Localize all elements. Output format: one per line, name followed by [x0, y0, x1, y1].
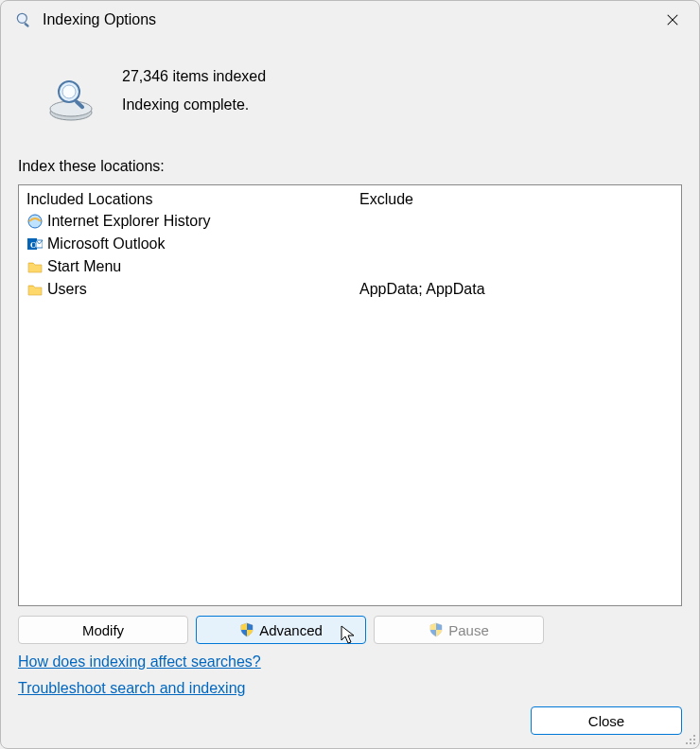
button-label: Pause	[448, 622, 489, 638]
exclude-cell: AppData; AppData	[359, 278, 674, 301]
titlebar: Indexing Options	[1, 1, 699, 39]
link-how-indexing-affects[interactable]: How does indexing affect searches?	[18, 653, 261, 671]
button-label: Modify	[82, 622, 124, 638]
pause-button: Pause	[374, 616, 544, 644]
svg-point-7	[62, 85, 76, 98]
svg-point-18	[693, 742, 695, 744]
folder-icon	[26, 258, 44, 275]
advanced-button[interactable]: Advanced	[196, 616, 366, 644]
link-troubleshoot[interactable]: Troubleshoot search and indexing	[18, 680, 245, 697]
resize-grip-icon[interactable]	[683, 732, 696, 745]
svg-point-14	[690, 739, 691, 740]
exclude-cell	[359, 233, 674, 255]
button-label: Close	[588, 713, 624, 729]
svg-point-5	[50, 101, 92, 116]
modify-button[interactable]: Modify	[18, 616, 188, 644]
svg-point-13	[693, 735, 695, 737]
folder-icon	[26, 281, 44, 298]
svg-point-16	[686, 742, 688, 744]
close-icon[interactable]	[654, 1, 691, 39]
location-label: Microsoft Outlook	[47, 235, 165, 253]
indexing-options-titlebar-icon	[14, 10, 33, 29]
uac-shield-icon	[239, 622, 254, 637]
svg-point-0	[17, 13, 26, 23]
location-row[interactable]: Start Menu	[26, 255, 344, 278]
locations-panel: Included Locations Internet Explorer His…	[18, 184, 682, 606]
close-button[interactable]: Close	[531, 706, 682, 735]
svg-rect-1	[24, 23, 29, 28]
window-title: Indexing Options	[43, 11, 654, 28]
ie-icon	[26, 213, 44, 230]
location-label: Users	[47, 281, 87, 298]
location-row[interactable]: Internet Explorer History	[26, 210, 344, 233]
magnifier-drive-icon	[46, 75, 96, 124]
location-label: Internet Explorer History	[47, 213, 211, 230]
exclude-cell	[359, 255, 674, 278]
location-row[interactable]: O Microsoft Outlook	[26, 233, 344, 255]
indexed-count: 27,346 items indexed	[122, 62, 266, 91]
svg-point-15	[693, 739, 695, 740]
exclude-cell	[359, 210, 674, 233]
svg-point-17	[690, 742, 691, 744]
indexing-options-dialog: Indexing Options 27,346 items indexed	[0, 0, 700, 749]
column-header-included: Included Locations	[26, 191, 344, 208]
button-label: Advanced	[259, 622, 323, 638]
location-row[interactable]: Users	[26, 278, 344, 301]
indexing-status: Indexing complete.	[122, 91, 266, 119]
outlook-icon: O	[26, 235, 44, 253]
location-label: Start Menu	[47, 258, 121, 275]
column-header-exclude: Exclude	[359, 191, 674, 208]
locations-label: Index these locations:	[18, 158, 682, 175]
uac-shield-icon	[429, 622, 444, 637]
